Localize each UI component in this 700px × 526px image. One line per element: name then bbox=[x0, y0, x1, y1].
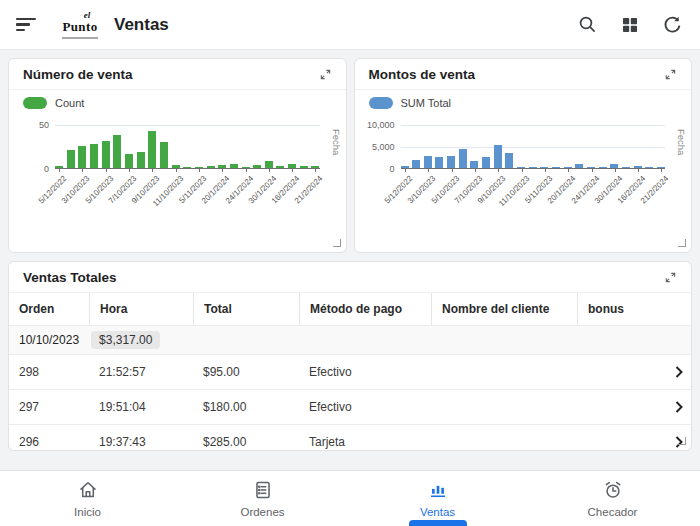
chart-card-montos-de-venta: Montos de venta SUM Total 05,00010,0005/… bbox=[354, 58, 693, 253]
home-icon bbox=[77, 479, 99, 503]
bar[interactable] bbox=[447, 156, 455, 168]
apps-grid-icon[interactable] bbox=[618, 13, 642, 37]
bar[interactable] bbox=[552, 167, 560, 168]
bar[interactable] bbox=[137, 152, 145, 168]
bar[interactable] bbox=[494, 145, 502, 168]
bar[interactable] bbox=[645, 167, 653, 168]
table-row[interactable]: 29719:51:04$180.00Efectivo bbox=[9, 389, 691, 424]
bar[interactable] bbox=[482, 157, 490, 168]
table-cell: 296 bbox=[9, 425, 89, 451]
nav-item-ordenes[interactable]: Ordenes bbox=[175, 471, 350, 526]
bar[interactable] bbox=[125, 154, 133, 168]
resize-corner-icon bbox=[678, 437, 686, 445]
column-header[interactable]: Método de pago bbox=[299, 293, 431, 325]
chevron-right-icon bbox=[675, 366, 683, 378]
bar[interactable] bbox=[207, 166, 215, 168]
bar[interactable] bbox=[459, 149, 467, 168]
bar[interactable] bbox=[67, 150, 75, 168]
bar[interactable] bbox=[435, 157, 443, 168]
active-tab-indicator bbox=[409, 520, 467, 526]
x-axis-name: Fecha bbox=[676, 129, 687, 155]
bar[interactable] bbox=[575, 164, 583, 168]
bar[interactable] bbox=[517, 167, 525, 168]
chart-title: Montos de venta bbox=[369, 67, 476, 82]
bar[interactable] bbox=[288, 164, 296, 168]
bar[interactable] bbox=[311, 166, 319, 168]
table-title: Ventas Totales bbox=[23, 270, 117, 285]
nav-item-ventas[interactable]: Ventas bbox=[350, 471, 525, 526]
column-header[interactable]: bonus bbox=[577, 293, 691, 325]
table-row[interactable]: 29619:37:43$285.00Tarjeta bbox=[9, 424, 691, 451]
bar[interactable] bbox=[102, 141, 110, 168]
bar[interactable] bbox=[610, 164, 618, 168]
table-cell bbox=[431, 355, 577, 389]
axis-tick bbox=[292, 169, 293, 172]
bar[interactable] bbox=[564, 167, 572, 168]
bar[interactable] bbox=[242, 167, 250, 168]
bar[interactable] bbox=[183, 167, 191, 168]
bar[interactable] bbox=[253, 165, 261, 168]
bar[interactable] bbox=[230, 164, 238, 168]
bar[interactable] bbox=[148, 131, 156, 168]
search-icon[interactable] bbox=[576, 13, 600, 37]
bar-chart: 0505/12/20223/10/20235/10/20237/10/20239… bbox=[9, 113, 346, 249]
table-group-row[interactable]: 10/10/2023 $3,317.00 bbox=[9, 325, 691, 354]
bar[interactable] bbox=[599, 167, 607, 168]
bar[interactable] bbox=[634, 166, 642, 168]
column-header[interactable]: Orden bbox=[9, 293, 89, 325]
logo-tagline bbox=[62, 37, 98, 40]
bar[interactable] bbox=[218, 165, 226, 168]
refresh-icon[interactable] bbox=[660, 13, 684, 37]
bar[interactable] bbox=[265, 161, 273, 168]
bar[interactable] bbox=[657, 167, 665, 168]
chart-legend[interactable]: Count bbox=[9, 90, 346, 113]
axis-tick bbox=[199, 169, 200, 172]
bar[interactable] bbox=[195, 167, 203, 168]
expand-icon[interactable] bbox=[664, 271, 677, 284]
expand-icon[interactable] bbox=[319, 68, 332, 81]
bar[interactable] bbox=[55, 166, 63, 168]
bar-chart: 05,00010,0005/12/20223/10/20235/10/20237… bbox=[355, 113, 692, 249]
bar[interactable] bbox=[505, 153, 513, 168]
bar[interactable] bbox=[300, 166, 308, 168]
legend-swatch bbox=[23, 97, 47, 109]
expand-icon[interactable] bbox=[664, 68, 677, 81]
bar[interactable] bbox=[412, 160, 420, 168]
bar[interactable] bbox=[540, 167, 548, 168]
bar[interactable] bbox=[401, 166, 409, 168]
bar[interactable] bbox=[90, 144, 98, 168]
column-header[interactable]: Hora bbox=[89, 293, 193, 325]
axis-tick bbox=[545, 169, 546, 172]
menu-icon[interactable] bbox=[16, 18, 38, 32]
bar[interactable] bbox=[160, 142, 168, 168]
bar[interactable] bbox=[78, 146, 86, 168]
main-content: Número de venta Count 0505/12/20223/10/2… bbox=[0, 50, 700, 459]
bar[interactable] bbox=[622, 167, 630, 168]
column-header[interactable]: Nombre del cliente bbox=[431, 293, 577, 325]
y-axis-label: 0 bbox=[354, 164, 395, 174]
table-row[interactable]: 29821:52:57$95.00Efectivo bbox=[9, 354, 691, 389]
axis-tick bbox=[106, 169, 107, 172]
table-cell: 297 bbox=[9, 390, 89, 424]
axis-tick bbox=[152, 169, 153, 172]
table-cell: Tarjeta bbox=[299, 425, 431, 451]
table-card-ventas-totales: Ventas Totales OrdenHoraTotalMétodo de p… bbox=[8, 261, 692, 451]
axis-tick bbox=[176, 169, 177, 172]
bar[interactable] bbox=[470, 161, 478, 168]
legend-label: SUM Total bbox=[401, 97, 452, 109]
axis-tick bbox=[222, 169, 223, 172]
bar[interactable] bbox=[424, 156, 432, 168]
axis-tick bbox=[498, 169, 499, 172]
chart-legend[interactable]: SUM Total bbox=[355, 90, 692, 113]
nav-item-checador[interactable]: Checador bbox=[525, 471, 700, 526]
bar[interactable] bbox=[113, 135, 121, 168]
bar[interactable] bbox=[276, 166, 284, 168]
bar[interactable] bbox=[172, 165, 180, 168]
bar[interactable] bbox=[587, 167, 595, 168]
column-header[interactable]: Total bbox=[193, 293, 299, 325]
axis-tick bbox=[661, 169, 662, 172]
bar[interactable] bbox=[529, 167, 537, 168]
table-cell bbox=[431, 425, 577, 451]
chart-card-numero-de-venta: Número de venta Count 0505/12/20223/10/2… bbox=[8, 58, 347, 253]
nav-item-inicio[interactable]: Inicio bbox=[0, 471, 175, 526]
